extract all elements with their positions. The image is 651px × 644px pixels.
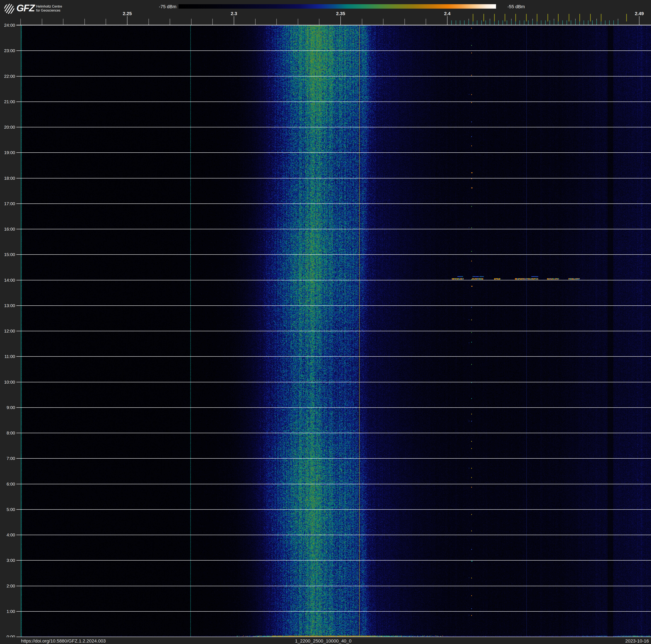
time-tick-label: 16:00 — [0, 227, 15, 231]
bluetooth-channel-tick — [460, 20, 460, 25]
time-tick-label: 17:00 — [0, 201, 15, 206]
bluetooth-channel-tick — [507, 20, 507, 25]
bluetooth-channel-tick — [588, 20, 588, 25]
bluetooth-channel-tick — [464, 20, 465, 25]
hour-gridline — [17, 254, 651, 255]
bluetooth-channel-tick — [456, 20, 456, 25]
wifi-channel-tick — [484, 14, 484, 22]
time-tick-label: 12:00 — [0, 329, 15, 333]
time-tick-label: 22:00 — [0, 74, 15, 79]
time-tick-label: 14:00 — [0, 278, 15, 283]
bluetooth-channel-tick — [584, 20, 584, 25]
time-tick-label: 11:00 — [0, 354, 15, 359]
time-tick-label: 4:00 — [0, 533, 15, 537]
bluetooth-channel-tick — [545, 20, 546, 25]
freq-tick — [85, 19, 85, 25]
freq-tick-label: 2.49 — [635, 11, 644, 17]
hour-gridline — [17, 484, 651, 484]
hour-gridline — [17, 127, 651, 127]
hour-gridline — [17, 458, 651, 459]
freq-tick-label: 2.3 — [231, 11, 237, 17]
colorbar-min-label: -75 dBm — [157, 4, 177, 9]
hour-gridline — [17, 509, 651, 510]
freq-tick — [447, 16, 447, 25]
hour-gridline — [17, 611, 651, 612]
hour-gridline — [17, 101, 651, 102]
time-tick-label: 3:00 — [0, 558, 15, 563]
freq-tick — [234, 16, 234, 25]
time-tick-label: 5:00 — [0, 507, 15, 512]
bluetooth-channel-tick — [596, 20, 597, 25]
bluetooth-channel-tick — [566, 20, 567, 25]
freq-tick — [255, 19, 255, 25]
time-tick-label: 7:00 — [0, 456, 15, 461]
hour-gridline — [17, 76, 651, 77]
bluetooth-channel-tick — [554, 20, 554, 25]
hour-gridline — [17, 305, 651, 306]
freq-tick — [105, 19, 106, 25]
wifi-channel-tick — [558, 14, 559, 22]
wifi-channel-tick — [473, 14, 473, 22]
hour-gridline — [17, 51, 651, 51]
freq-tick — [319, 19, 319, 25]
time-tick-label: 2:00 — [0, 584, 15, 588]
wifi-channel-tick — [494, 14, 495, 22]
time-tick-label: 18:00 — [0, 176, 15, 180]
wifi-channel-tick — [537, 14, 537, 22]
freq-tick — [426, 19, 426, 25]
footer-bar: https://doi.org/10.5880/GFZ.1.2.2024.003… — [0, 637, 651, 644]
time-tick-label: 10:00 — [0, 380, 15, 384]
freq-tick — [362, 19, 362, 25]
hour-gridline — [17, 535, 651, 535]
wifi-channel-tick — [548, 14, 548, 22]
hour-gridline — [17, 637, 651, 637]
freq-tick — [404, 19, 405, 25]
doi-text: https://doi.org/10.5880/GFZ.1.2.2024.003 — [21, 638, 106, 644]
gfz-logo: GFZ Helmholtz Centre for Geosciences — [4, 3, 62, 14]
bluetooth-channel-tick — [592, 20, 593, 25]
colorbar-max-label: -55 dBm — [507, 4, 525, 9]
bluetooth-channel-tick — [618, 20, 618, 25]
freq-tick — [639, 16, 640, 25]
time-tick-label: 19:00 — [0, 150, 15, 155]
hour-gridline — [17, 280, 651, 281]
bluetooth-channel-tick — [477, 20, 477, 25]
freq-tick — [170, 19, 170, 25]
time-tick-label: 1:00 — [0, 609, 15, 614]
logo-text: GFZ — [17, 2, 34, 13]
freq-tick — [63, 19, 63, 25]
bluetooth-channel-tick — [571, 20, 571, 25]
time-tick-label: 15:00 — [0, 252, 15, 257]
wifi-channel-tick — [526, 14, 527, 22]
bluetooth-channel-tick — [609, 20, 610, 25]
time-tick-label: 6:00 — [0, 482, 15, 486]
bluetooth-channel-tick — [498, 20, 499, 25]
dataset-name: 1_2200_2500_10000_40_0 — [295, 638, 351, 644]
bluetooth-channel-tick — [486, 20, 486, 25]
freq-tick — [298, 19, 298, 25]
bluetooth-channel-tick — [528, 20, 529, 25]
hour-gridline — [17, 356, 651, 357]
bluetooth-channel-tick — [520, 20, 520, 25]
wifi-channel-tick — [601, 14, 601, 22]
hour-gridline — [17, 382, 651, 382]
bluetooth-channel-tick — [541, 20, 541, 25]
bluetooth-channel-tick — [524, 20, 524, 25]
bluetooth-channel-tick — [511, 20, 512, 25]
freq-tick — [42, 19, 42, 25]
freq-tick — [191, 19, 191, 25]
bluetooth-channel-tick — [605, 20, 606, 25]
bluetooth-channel-tick — [468, 20, 469, 25]
spectrogram-page: GFZ Helmholtz Centre for Geosciences -75… — [0, 0, 651, 644]
bluetooth-channel-tick — [481, 20, 482, 25]
date-label: 2023-10-16 — [625, 638, 649, 644]
logo-org-line2: for Geosciences — [36, 8, 62, 12]
bluetooth-channel-tick — [451, 20, 452, 25]
hour-gridline — [17, 203, 651, 204]
time-tick-label: 8:00 — [0, 431, 15, 435]
bluetooth-channel-tick — [532, 20, 533, 25]
bluetooth-channel-tick — [502, 20, 503, 25]
time-tick-label: 23:00 — [0, 48, 15, 53]
time-tick-label: 9:00 — [0, 405, 15, 410]
freq-tick — [149, 19, 149, 25]
